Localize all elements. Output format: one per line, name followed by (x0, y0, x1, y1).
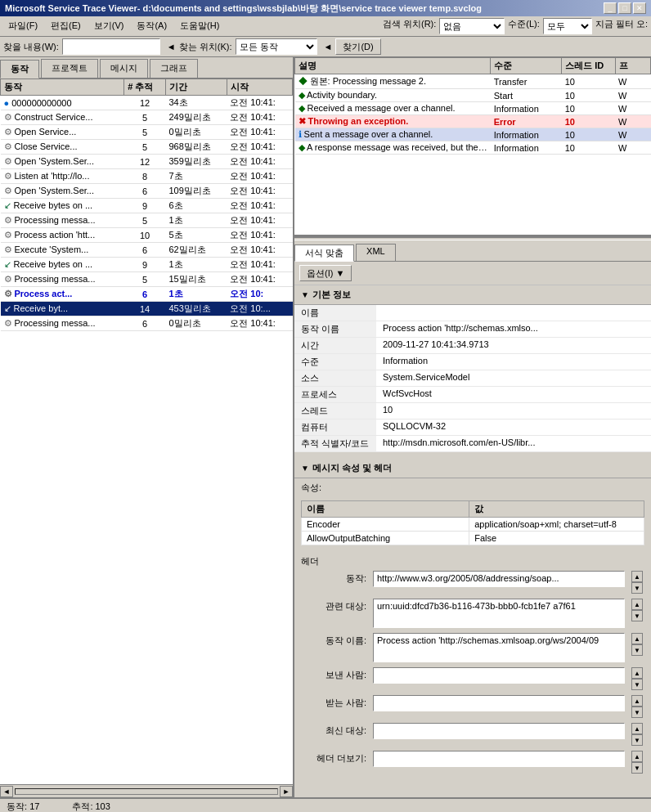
menu-action[interactable]: 동작(A) (132, 18, 172, 34)
info-row: 동작 이름 Process action 'http://schemas.xml… (294, 321, 651, 338)
table-row[interactable]: ●000000000000 12 34초 오전 10:41: (1, 96, 293, 110)
trace-row[interactable]: ◆ A response message was received, but t… (295, 141, 651, 155)
table-row[interactable]: ⚙Open 'System.Ser... 6 109밀리초 오전 10:41: (1, 184, 293, 199)
scroll-up-btn[interactable]: ▲ (631, 599, 643, 610)
tab-xml[interactable]: XML (356, 244, 396, 261)
find-content-input[interactable] (62, 38, 160, 55)
trace-row[interactable]: ◆ Activity boundary. Start 10 W (295, 89, 651, 102)
scroll-down-btn[interactable]: ▼ (631, 644, 643, 656)
col-level[interactable]: 수준 (491, 58, 562, 74)
info-row: 추적 식별자/코드 http://msdn.microsoft.com/en-U… (294, 436, 651, 452)
col-start[interactable]: 시작 (227, 79, 292, 96)
table-row[interactable]: ⚙Process action 'htt... 10 5초 오전 10:41: (1, 228, 293, 243)
basic-info-table: 이름 동작 이름 Process action 'http://schemas.… (294, 305, 651, 452)
basic-info-section-header[interactable]: ▼ 기본 정보 (294, 285, 651, 305)
scroll-up-btn[interactable]: ▲ (631, 751, 643, 762)
table-row[interactable]: ⚙Processing messa... 5 15밀리초 오전 10:41: (1, 272, 293, 287)
scroll-down-btn[interactable]: ▼ (631, 679, 643, 690)
cell-start: 오전 10: (227, 287, 292, 302)
level-select[interactable]: 모두 (543, 18, 592, 34)
header-field-value[interactable]: Process action 'http://schemas.xmlsoap.o… (373, 633, 625, 662)
find-btn[interactable]: 찾기(D) (335, 38, 380, 55)
table-row[interactable]: ↙Receive bytes on ... 9 1초 오전 10:41: (1, 258, 293, 272)
tab-message[interactable]: 메시지 (100, 59, 148, 78)
col-flag[interactable]: 프 (615, 58, 651, 74)
table-row[interactable]: ⚙Open Service... 5 0밀리초 오전 10:41: (1, 125, 293, 140)
scroll-right-btn[interactable]: ► (280, 786, 293, 797)
table-row[interactable]: ↙Receive bytes on ... 9 6초 오전 10:41: (1, 199, 293, 213)
table-row[interactable]: ⚙Open 'System.Ser... 12 359밀리초 오전 10:41: (1, 155, 293, 169)
actions-value: 17 (29, 801, 39, 811)
header-field-value[interactable]: http://www.w3.org/2005/08/addressing/soa… (373, 571, 625, 587)
table-row[interactable]: ⚙Execute 'System... 6 62밀리초 오전 10:41: (1, 243, 293, 258)
table-row[interactable]: ⚙Close Service... 5 968밀리초 오전 10:41: (1, 140, 293, 155)
tab-formatted[interactable]: 서식 맞춤 (294, 244, 354, 262)
header-field-value[interactable] (373, 751, 625, 767)
table-row[interactable]: ⚙Processing messa... 5 1초 오전 10:41: (1, 213, 293, 228)
scroll-left-btn[interactable]: ◄ (0, 786, 13, 797)
trace-row[interactable]: ℹ Sent a message over a channel. Informa… (295, 128, 651, 141)
info-value: WcfSvcHost (376, 387, 651, 403)
window-controls[interactable]: _ □ ✕ (604, 2, 646, 14)
info-row: 컴퓨터 SQLLOCVM-32 (294, 419, 651, 436)
trace-row[interactable]: ✖ Throwing an exception. Error 10 W (295, 115, 651, 128)
header-field-value[interactable] (373, 667, 625, 684)
minimize-btn[interactable]: _ (604, 2, 617, 14)
action-table-container[interactable]: 동작 # 추적 기간 시작 ●000000000000 12 34초 오전 10… (0, 79, 293, 784)
ok-icon: ◆ (299, 103, 305, 113)
info-label: 소스 (294, 370, 376, 387)
header-field-value[interactable]: urn:uuid:dfcd7b36-b116-473b-bbb0-fcb1fe7… (373, 599, 625, 628)
col-desc[interactable]: 설명 (295, 58, 491, 74)
tab-graph[interactable]: 그래프 (150, 59, 198, 78)
scroll-up-btn[interactable]: ▲ (631, 667, 643, 679)
scroll-down-btn[interactable]: ▼ (631, 610, 643, 621)
search-select[interactable]: 없음 (439, 18, 505, 34)
trace-row[interactable]: ◆ 원본: Processing message 2. Transfer 10 … (295, 74, 651, 89)
close-btn[interactable]: ✕ (633, 2, 646, 14)
scroll-down-btn[interactable]: ▼ (631, 762, 643, 774)
menu-edit[interactable]: 편집(E) (46, 18, 86, 34)
message-section-header[interactable]: ▼ 메시지 속성 및 헤더 (294, 459, 651, 478)
cell-count: 12 (124, 155, 166, 169)
header-field-value[interactable] (373, 695, 625, 711)
trace-table: 설명 수준 스레드 ID 프 ◆ 원본: Processing message … (294, 57, 651, 155)
table-row[interactable]: ⚙Listen at 'http://lo... 8 7초 오전 10:41: (1, 169, 293, 184)
scrollbar-buttons: ▲ ▼ (631, 571, 644, 594)
header-row: 관련 대상: urn:uuid:dfcd7b36-b116-473b-bbb0-… (301, 599, 644, 628)
scroll-up-btn[interactable]: ▲ (631, 695, 643, 707)
scroll-up-btn[interactable]: ▲ (631, 633, 643, 644)
col-duration[interactable]: 기간 (165, 79, 227, 96)
cell-count: 5 (124, 213, 166, 228)
header-field-value[interactable] (373, 723, 625, 739)
table-row[interactable]: ↙Receive byt... 14 453밀리초 오전 10:... (1, 302, 293, 316)
table-row[interactable]: ⚙Construct Service... 5 249밀리초 오전 10:41: (1, 110, 293, 125)
scroll-down-btn[interactable]: ▼ (631, 582, 643, 594)
col-action[interactable]: 동작 (1, 79, 124, 96)
table-row[interactable]: ⚙Process act... 6 1초 오전 10: (1, 287, 293, 302)
options-btn[interactable]: 옵션(I) ▼ (299, 265, 352, 281)
trace-row[interactable]: ◆ Received a message over a channel. Inf… (295, 102, 651, 115)
col-count[interactable]: # 추적 (124, 79, 166, 96)
find-where-select[interactable]: 모든 동작 (236, 38, 317, 55)
col-thread[interactable]: 스레드 ID (562, 58, 615, 74)
tab-project[interactable]: 프로젝트 (41, 59, 98, 78)
tab-action[interactable]: 동작 (0, 60, 39, 79)
left-scrollbar-h[interactable]: ◄ ► (0, 784, 293, 797)
menu-help[interactable]: 도움말(H) (175, 18, 224, 34)
cell-desc: ℹ Sent a message over a channel. (295, 128, 491, 141)
scroll-down-btn[interactable]: ▼ (631, 707, 643, 718)
table-row[interactable]: ⚙Processing messa... 6 0밀리초 오전 10:41: (1, 316, 293, 331)
main-area: 동작 프로젝트 메시지 그래프 동작 # 추적 기간 시작 ●000000000… (0, 57, 651, 797)
scroll-down-btn[interactable]: ▼ (631, 734, 643, 746)
menu-view[interactable]: 보기(V) (89, 18, 129, 34)
trace-list[interactable]: 설명 수준 스레드 ID 프 ◆ 원본: Processing message … (294, 57, 651, 237)
info-label: 시간 (294, 338, 376, 354)
scroll-up-btn[interactable]: ▲ (631, 571, 643, 582)
maximize-btn[interactable]: □ (618, 2, 631, 14)
info-row: 스레드 10 (294, 403, 651, 419)
cell-start: 오전 10:41: (227, 110, 292, 125)
msg-collapse-icon: ▼ (301, 464, 309, 473)
scrollbar-track[interactable] (15, 788, 278, 795)
scroll-up-btn[interactable]: ▲ (631, 723, 643, 734)
menu-file[interactable]: 파일(F) (3, 18, 43, 34)
